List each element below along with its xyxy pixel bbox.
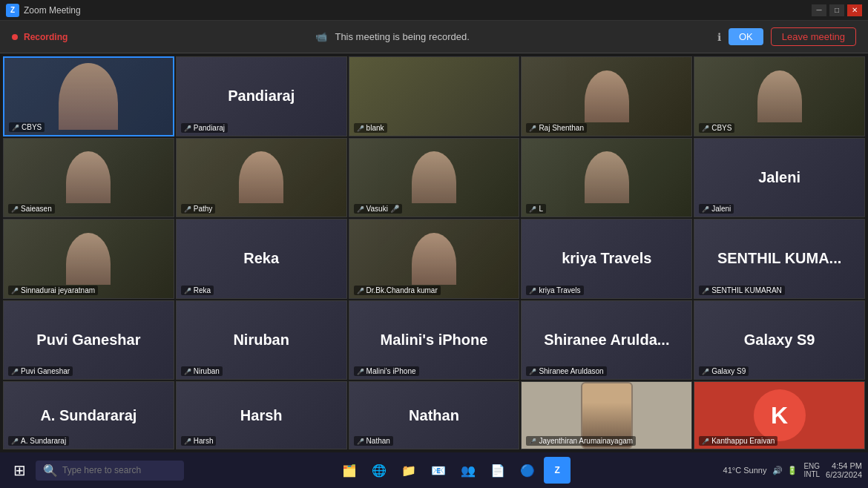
video-cell-jayenthiran[interactable]: Jayenthiran Arumainayagam <box>521 381 692 449</box>
taskbar-right: 41°C Sunny 🔊 🔋 ENG INTL 4:54 PM 6/23/202… <box>723 461 862 479</box>
video-cell-nathan[interactable]: Nathan Nathan <box>349 381 520 449</box>
name-label-saieasen: Saieasen <box>8 204 55 214</box>
video-cell-puvi[interactable]: Puvi Ganeshar Puvi Ganeshar <box>3 300 174 380</box>
name-label-galaxy: Galaxy S9 <box>699 366 749 376</box>
name-label-reka: Reka <box>181 286 214 295</box>
video-cell-pathy[interactable]: Pathy <box>176 138 347 218</box>
info-icon[interactable]: ℹ <box>717 31 721 43</box>
taskbar-apps: 🗂️ 🌐 📁 📧 👥 📄 🔵 Z <box>336 457 571 484</box>
weather-info: 41°C Sunny <box>723 466 767 475</box>
participant-name-niruban: Niruban <box>233 332 289 349</box>
title-bar-left: Z Zoom Meeting <box>6 4 81 17</box>
recording-actions: ℹ OK Leave meeting <box>717 27 856 46</box>
participant-name-sundararaj: A. Sundararaj <box>40 407 137 424</box>
search-input[interactable] <box>62 465 174 475</box>
maximize-button[interactable]: □ <box>829 4 844 16</box>
recording-label: Recording <box>24 32 68 42</box>
video-cell-dr[interactable]: Dr.Bk.Chandra kumar <box>349 219 520 299</box>
name-label-dr: Dr.Bk.Chandra kumar <box>354 286 441 295</box>
taskbar-mail[interactable]: 📧 <box>425 457 452 484</box>
video-cell-raj[interactable]: Raj Shenthan <box>521 56 692 136</box>
name-label-jayenthiran: Jayenthiran Arumainayagam <box>526 436 636 446</box>
participant-name-shiranee: Shiranee Arulda... <box>544 332 669 349</box>
video-cell-kanthappu[interactable]: K Kanthappu Eraivan <box>694 381 865 449</box>
participant-name-galaxy: Galaxy S9 <box>744 332 815 349</box>
participant-name-reka: Reka <box>243 250 279 267</box>
video-cell-senthil[interactable]: SENTHIL KUMA... SENTHIL KUMARAN <box>694 219 865 299</box>
search-icon: 🔍 <box>43 464 58 478</box>
video-cell-blank[interactable]: blank <box>349 56 520 136</box>
taskbar-zoom[interactable]: Z <box>544 457 571 484</box>
taskbar-office[interactable]: 📄 <box>484 457 511 484</box>
video-cell-jaleni[interactable]: Jaleni Jaleni <box>694 138 865 218</box>
name-label-harsh: Harsh <box>181 436 217 446</box>
name-label-kanthappu: Kanthappu Eraivan <box>699 436 777 446</box>
video-cell-vasuki[interactable]: Vasuki 🎤 <box>349 138 520 218</box>
system-tray: 🔊 🔋 <box>772 466 798 475</box>
video-cell-cbys[interactable]: CBYS <box>3 56 174 136</box>
video-cell-galaxy[interactable]: Galaxy S9 Galaxy S9 <box>694 300 865 380</box>
recording-banner: Recording 📹 This meeting is being record… <box>0 21 868 53</box>
search-bar[interactable]: 🔍 <box>36 461 184 481</box>
language-indicator: ENG INTL <box>803 462 820 478</box>
name-label-pandiaraj: Pandiaraj <box>181 123 228 133</box>
name-label-raj: Raj Shenthan <box>526 123 587 133</box>
network-icon: 🔊 <box>772 466 783 475</box>
name-label-cbys: CBYS <box>9 122 45 132</box>
name-label-nathan: Nathan <box>354 436 393 446</box>
video-cell-l[interactable]: L <box>521 138 692 218</box>
name-label-cbys2: CBYS <box>699 123 734 133</box>
name-label-jaleni: Jaleni <box>699 204 734 214</box>
recording-message: 📹 This meeting is being recorded. <box>315 31 469 42</box>
participant-name-jaleni: Jaleni <box>758 169 800 186</box>
name-label-sundararaj: A. Sundararaj <box>8 436 69 446</box>
name-label-sinnadurai: Sinnadurai jeyaratnam <box>8 286 98 295</box>
participant-name-puvi: Puvi Ganeshar <box>36 332 140 349</box>
video-cell-shiranee[interactable]: Shiranee Arulda... Shiranee Aruldason <box>521 300 692 380</box>
participant-name-nathan: Nathan <box>409 407 459 424</box>
recording-dot <box>12 34 18 40</box>
video-cell-sinnadurai[interactable]: Sinnadurai jeyaratnam <box>3 219 174 299</box>
participant-name-senthil: SENTHIL KUMA... <box>717 250 841 267</box>
leave-meeting-button[interactable]: Leave meeting <box>771 27 856 46</box>
video-cell-harsh[interactable]: Harsh Harsh <box>176 381 347 449</box>
video-cell-niruban[interactable]: Niruban Niruban <box>176 300 347 380</box>
name-label-puvi: Puvi Ganeshar <box>8 366 73 376</box>
name-label-senthil: SENTHIL KUMARAN <box>699 286 785 295</box>
clock-date: 6/23/2024 <box>826 470 862 479</box>
name-label-shiranee: Shiranee Aruldason <box>526 366 606 376</box>
taskbar: ⊞ 🔍 🗂️ 🌐 📁 📧 👥 📄 🔵 Z 41°C Sunny 🔊 🔋 ENG … <box>0 452 868 488</box>
video-cell-saieasen[interactable]: Saieasen <box>3 138 174 218</box>
name-label-niruban: Niruban <box>181 366 223 376</box>
taskbar-chrome[interactable]: 🔵 <box>514 457 541 484</box>
taskbar-folder[interactable]: 📁 <box>395 457 422 484</box>
name-label-l: L <box>526 204 546 214</box>
clock-time: 4:54 PM <box>832 461 862 470</box>
zoom-app-icon: Z <box>6 4 19 17</box>
start-button[interactable]: ⊞ <box>6 457 33 484</box>
taskbar-teams[interactable]: 👥 <box>455 457 481 484</box>
video-cell-kriya[interactable]: kriya Travels kriya Travels <box>521 219 692 299</box>
video-cell-malini[interactable]: Malini's iPhone Malini's iPhone <box>349 300 520 380</box>
participant-name-harsh: Harsh <box>240 407 283 424</box>
minimize-button[interactable]: ─ <box>812 4 826 16</box>
taskbar-explorer[interactable]: 🗂️ <box>336 457 363 484</box>
ok-button[interactable]: OK <box>729 28 763 45</box>
close-button[interactable]: ✕ <box>847 4 862 16</box>
taskbar-edge[interactable]: 🌐 <box>366 457 392 484</box>
window-controls: ─ □ ✕ <box>812 4 862 16</box>
name-label-vasuki: Vasuki 🎤 <box>354 204 402 214</box>
video-cell-sundararaj[interactable]: A. Sundararaj A. Sundararaj <box>3 381 174 449</box>
participant-name-malini: Malini's iPhone <box>381 332 488 349</box>
video-cell-reka[interactable]: Reka Reka <box>176 219 347 299</box>
window-title: Zoom Meeting <box>24 5 81 16</box>
name-label-pathy: Pathy <box>181 204 216 214</box>
participant-name-pandiaraj: Pandiaraj <box>228 88 295 105</box>
taskbar-left: ⊞ 🔍 <box>6 457 184 484</box>
name-label-blank: blank <box>354 123 387 133</box>
video-cell-cbys2[interactable]: CBYS <box>694 56 865 136</box>
participant-name-kriya: kriya Travels <box>562 250 651 267</box>
video-cell-pandiaraj[interactable]: Pandiaraj Pandiaraj <box>176 56 347 136</box>
name-label-malini: Malini's iPhone <box>354 366 419 376</box>
clock: 4:54 PM 6/23/2024 <box>826 461 862 479</box>
